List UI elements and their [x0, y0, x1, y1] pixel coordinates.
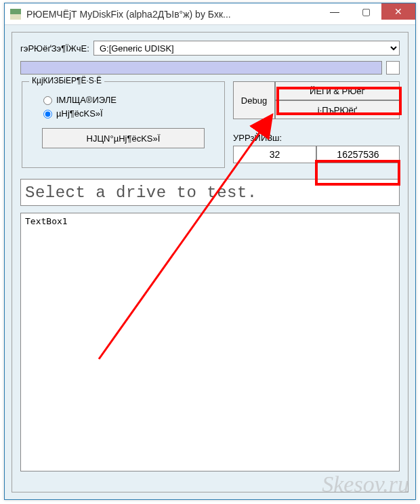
- client-area: гэРЮёґЗэ¶ЇЖчЕ: G:[Generic UDISK] КµјКИЗБ…: [12, 32, 408, 492]
- app-icon: [10, 9, 21, 20]
- stop-scan-button[interactable]: НЈЦN°µНј¶ёcKS»Ї: [42, 128, 205, 148]
- action-buttons-row: Debug ЙЁГи & РЮёґ і·ПъРЮёґ: [233, 81, 400, 119]
- app-window: РЮЕМЧЁјТ MyDiskFix (alpha2ДЪІв°ж) by Бхк…: [4, 3, 416, 500]
- drive-row: гэРЮёґЗэ¶ЇЖчЕ: G:[Generic UDISK]: [20, 41, 400, 56]
- window-controls: — ▢ ✕: [319, 3, 415, 24]
- progress-row: [20, 61, 400, 75]
- maximize-button[interactable]: ▢: [350, 3, 381, 20]
- drive-label: гэРЮёґЗэ¶ЇЖчЕ:: [20, 43, 89, 54]
- mid-row: КµјКИЗБіЕР¶Ё·S·Ё ІМЛЩА®ИЭЛЕ µНј¶ёcKS»Ї Н…: [20, 81, 400, 168]
- scan-mode-group: КµјКИЗБіЕР¶Ё·S·Ё ІМЛЩА®ИЭЛЕ µНј¶ёcKS»Ї Н…: [22, 81, 225, 168]
- minimize-button[interactable]: —: [319, 3, 350, 20]
- radio-2[interactable]: [43, 110, 52, 119]
- status-text: Select a drive to test.: [20, 179, 400, 206]
- debug-button[interactable]: Debug: [233, 81, 275, 119]
- window-title: РЮЕМЧЁјТ MyDiskFix (alpha2ДЪІв°ж) by Бхк…: [26, 9, 319, 20]
- drive-select[interactable]: G:[Generic UDISK]: [93, 41, 400, 56]
- progress-bar: [20, 61, 382, 75]
- close-button[interactable]: ✕: [381, 3, 415, 20]
- stats-right-cell: 16257536: [316, 146, 400, 163]
- stats-row: 32 16257536: [233, 146, 400, 163]
- scan-and-fix-button[interactable]: ЙЁГи & РЮёґ: [275, 81, 400, 100]
- titlebar: РЮЕМЧЁјТ MyDiskFix (alpha2ДЪІв°ж) by Бхк…: [5, 3, 415, 25]
- right-column: Debug ЙЁГи & РЮёґ і·ПъРЮёґ УРРзЙИЗш: 32 …: [233, 81, 400, 168]
- radio-option-1[interactable]: ІМЛЩА®ИЭЛЕ: [40, 94, 216, 105]
- option-checkbox[interactable]: [386, 61, 400, 75]
- undo-fix-button[interactable]: і·ПъРЮёґ: [275, 100, 400, 119]
- radio-1-label: ІМЛЩА®ИЭЛЕ: [56, 95, 117, 105]
- stats-left-cell: 32: [233, 146, 316, 163]
- group-legend: КµјКИЗБіЕР¶Ё·S·Ё: [29, 76, 104, 85]
- stack-buttons: ЙЁГи & РЮёґ і·ПъРЮёґ: [275, 81, 400, 119]
- radio-option-2[interactable]: µНј¶ёcKS»Ї: [40, 108, 216, 119]
- log-textarea[interactable]: TextBox1: [20, 213, 400, 471]
- stats-label: УРРзЙИЗш:: [233, 133, 400, 143]
- radio-1[interactable]: [43, 96, 52, 105]
- radio-2-label: µНј¶ёcKS»Ї: [56, 108, 103, 119]
